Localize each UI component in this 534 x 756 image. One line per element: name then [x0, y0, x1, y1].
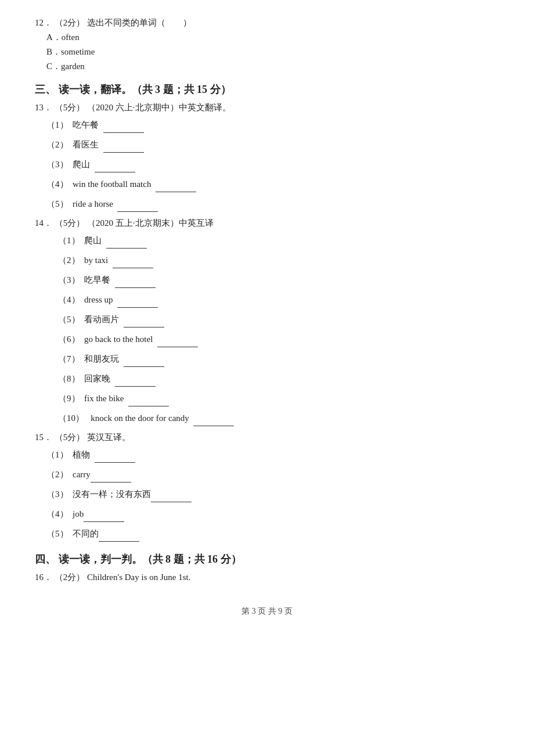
q14-blank-4[interactable] [117, 291, 158, 308]
q14-blank-8[interactable] [115, 370, 156, 387]
q13-blank-3[interactable] [95, 156, 135, 172]
q14-item-5: （5） 看动画片 [58, 311, 499, 327]
q14-num-label: 14． [35, 218, 52, 228]
section3-header: 三、 读一读，翻译。（共 3 题；共 15 分） [35, 82, 499, 96]
q12-num-label: 12． [35, 18, 52, 27]
q15-item-4: （4） job [46, 506, 499, 522]
q14-item-2: （2） by taxi [58, 252, 499, 268]
q15-item-1: （1） 植物 [46, 447, 499, 463]
q12-score: （2分） [55, 18, 85, 27]
q15-blank-1[interactable] [95, 447, 135, 463]
q13-context: （2020 六上·北京期中）中英文翻译。 [87, 103, 231, 112]
q14-item-8: （8） 回家晚 [58, 370, 499, 387]
q13-number: 13． （5分） （2020 六上·北京期中）中英文翻译。 [35, 102, 499, 113]
q15-item-5: （5） 不同的 [46, 525, 499, 542]
q12-number: 12． （2分） 选出不同类的单词（ ） [35, 17, 499, 28]
q14-number: 14． （5分） （2020 五上·北京期末）中英互译 [35, 218, 499, 229]
page-footer: 第 3 页 共 9 页 [35, 606, 499, 617]
q12-option-a: A．often [46, 32, 499, 43]
q15-item-2: （2） carry [46, 466, 499, 483]
q14-blank-5[interactable] [124, 311, 164, 327]
q13-blank-4[interactable] [156, 176, 196, 192]
q16-text: Children's Day is on June 1st. [87, 573, 191, 582]
q13-item-3: （3） 爬山 [46, 156, 499, 172]
q16-num-label: 16． [35, 573, 52, 582]
q14-item-9: （9） fix the bike [58, 390, 499, 406]
q14-blank-2[interactable] [113, 252, 153, 268]
q15-item-3: （3） 没有一样；没有东西 [46, 486, 499, 502]
q14-item-7: （7） 和朋友玩 [58, 351, 499, 367]
q14-item-1: （1） 爬山 [58, 232, 499, 249]
q14-context: （2020 五上·北京期末）中英互译 [87, 218, 214, 228]
question-16: 16． （2分） Children's Day is on June 1st. [35, 572, 499, 583]
q15-number: 15． （5分） 英汉互译。 [35, 432, 499, 443]
q15-blank-5[interactable] [99, 525, 139, 542]
q12-option-b: B．sometime [46, 46, 499, 57]
q14-blank-6[interactable] [157, 331, 198, 347]
q13-score: （5分） [55, 103, 85, 112]
q15-blank-3[interactable] [151, 486, 192, 502]
q14-item-3: （3） 吃早餐 [58, 272, 499, 288]
q14-item-4: （4） dress up [58, 291, 499, 308]
q13-blank-2[interactable] [103, 136, 144, 153]
q13-item-1: （1） 吃午餐 [46, 117, 499, 133]
q15-num-label: 15． [35, 433, 52, 442]
q13-num-label: 13． [35, 103, 52, 112]
question-12: 12． （2分） 选出不同类的单词（ ） A．often B．sometime … [35, 17, 499, 72]
q14-blank-1[interactable] [106, 232, 147, 249]
q14-blank-3[interactable] [115, 272, 156, 288]
q13-blank-5[interactable] [117, 196, 158, 212]
q16-score: （2分） [55, 573, 85, 582]
q13-blank-1[interactable] [103, 117, 144, 133]
q14-item-6: （6） go back to the hotel [58, 331, 499, 347]
question-15: 15． （5分） 英汉互译。 （1） 植物 （2） carry （3） 没有一样… [35, 432, 499, 542]
q15-context: 英汉互译。 [87, 433, 131, 442]
q12-option-c: C．garden [46, 61, 499, 72]
q14-blank-10[interactable] [193, 410, 234, 426]
q15-blank-4[interactable] [84, 506, 124, 522]
q12-text: 选出不同类的单词（ ） [87, 18, 192, 27]
question-14: 14． （5分） （2020 五上·北京期末）中英互译 （1） 爬山 （2） b… [35, 218, 499, 426]
q14-score: （5分） [55, 218, 85, 228]
q13-item-2: （2） 看医生 [46, 136, 499, 153]
q14-blank-7[interactable] [124, 351, 164, 367]
q14-blank-9[interactable] [128, 390, 169, 406]
q14-item-10: （10） knock on the door for candy [58, 410, 499, 426]
question-13: 13． （5分） （2020 六上·北京期中）中英文翻译。 （1） 吃午餐 （2… [35, 102, 499, 212]
q13-item-4: （4） win the football match [46, 176, 499, 192]
q15-score: （5分） [55, 433, 85, 442]
q16-number: 16． （2分） Children's Day is on June 1st. [35, 572, 499, 583]
q15-blank-2[interactable] [91, 466, 131, 483]
section4-header: 四、 读一读，判一判。（共 8 题；共 16 分） [35, 552, 499, 566]
q13-item-5: （5） ride a horse [46, 196, 499, 212]
